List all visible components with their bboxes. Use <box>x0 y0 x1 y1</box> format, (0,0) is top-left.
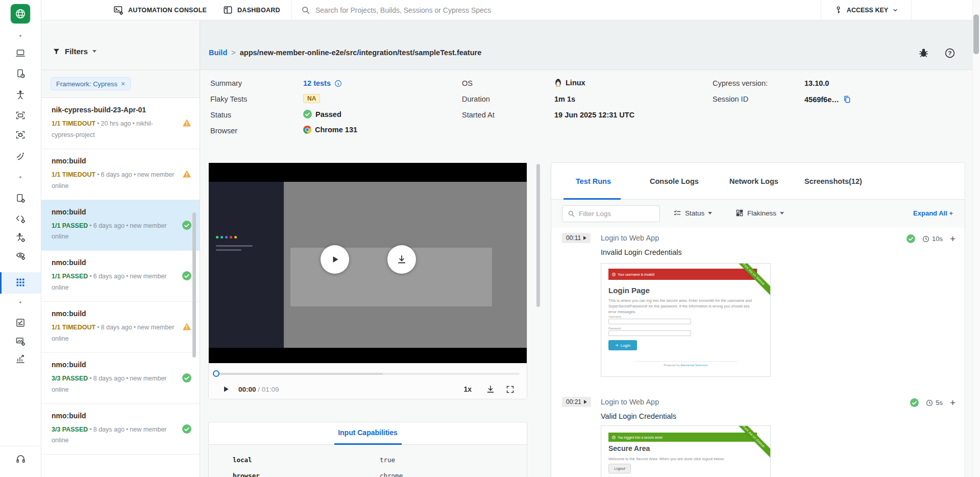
build-list-item[interactable]: nmo:build 3/3 PASSED•8 days ago•new memb… <box>41 404 200 455</box>
rail-item-live[interactable] <box>0 48 41 58</box>
error-x-icon: ✕ <box>612 273 616 276</box>
report-bug-button[interactable] <box>918 47 929 58</box>
expand-all-button[interactable]: Expand All + <box>913 209 953 217</box>
screenshot-login-page[interactable]: ✕ Your username is invalid! Fork me on G… <box>601 263 771 377</box>
access-key-menu[interactable]: ACCESS KEY <box>821 0 912 20</box>
rail-item-test-management[interactable] <box>0 318 41 328</box>
test-passed-icon <box>910 398 919 407</box>
image-gear-icon <box>15 336 26 346</box>
username-label: Username <box>608 315 621 318</box>
tests-count-link[interactable]: 12 tests <box>303 79 331 87</box>
global-search-input[interactable] <box>315 6 622 14</box>
session-video-card: 00:00 / 01:09 1x <box>208 162 527 399</box>
rail-item-support[interactable] <box>0 453 41 464</box>
filter-chip-remove-icon[interactable]: × <box>121 80 125 88</box>
browserstack-logo[interactable] <box>11 4 30 23</box>
test-run-meta: 5s + <box>910 398 955 408</box>
video-progress-track[interactable] <box>216 373 520 375</box>
build-meta: 1/1 TIMEDOUT•20 hrs ago•nikhil-cypress-p… <box>52 118 175 141</box>
video-speed-button[interactable]: 1x <box>463 385 472 393</box>
video-column-scrollbar[interactable] <box>536 164 540 307</box>
build-list-item[interactable]: nmo:build 1/1 TIMEDOUT•8 days ago•new me… <box>41 302 200 353</box>
copy-icon[interactable] <box>843 95 851 104</box>
breadcrumb-build-link[interactable]: Build <box>209 49 227 57</box>
filter-funnel-icon <box>53 47 60 55</box>
tab-screenshots[interactable]: Screenshots(12) <box>804 177 862 185</box>
video-frame-text-line <box>216 249 241 251</box>
secure-area-heading: Secure Area <box>608 444 650 452</box>
tab-network-logs[interactable]: Network Logs <box>729 177 778 185</box>
nav-automation-console-label: AUTOMATION CONSOLE <box>128 7 207 14</box>
video-fullscreen-button[interactable] <box>506 385 514 394</box>
tab-test-runs[interactable]: Test Runs <box>576 177 611 185</box>
video-frame-dots <box>216 236 237 238</box>
build-name: nmo:build <box>52 157 175 165</box>
video-progress-knob[interactable] <box>213 370 219 377</box>
video-download-overlay-button[interactable] <box>387 245 416 274</box>
rail-item-automation-console-active[interactable] <box>0 277 41 288</box>
build-list-item-selected[interactable]: nmo:build 1/1 PASSED•6 days ago•new memb… <box>41 200 200 251</box>
filters-toggle[interactable]: Filters <box>53 47 96 56</box>
capabilities-header: Input Capabilities <box>209 422 527 445</box>
build-name: nmo:build <box>52 208 175 216</box>
clock-icon <box>922 235 929 243</box>
builds-panel: Filters Framework: Cypress × nik-cypress… <box>41 20 200 477</box>
build-list-item[interactable]: nmo:build 3/3 PASSED•8 days ago•new memb… <box>41 353 200 404</box>
rail-item-app-automate[interactable] <box>0 130 41 140</box>
flakiness-filter-icon <box>736 209 744 217</box>
rail-item-insights[interactable] <box>0 354 41 364</box>
nav-automation-console[interactable]: AUTOMATION CONSOLE <box>113 5 207 15</box>
duration-value: 1m 1s <box>554 95 575 103</box>
test-case-name: Invalid Login Credentials <box>601 248 682 256</box>
rail-item-app-live[interactable] <box>0 68 41 79</box>
page-scrollbar[interactable] <box>973 14 979 54</box>
rail-item-automate[interactable] <box>0 110 41 121</box>
builds-panel-scrollbar[interactable] <box>192 212 196 357</box>
test-start-time-badge[interactable]: 00:21 <box>562 397 591 407</box>
rail-item-accessibility[interactable] <box>0 90 41 100</box>
filter-logs-box <box>562 205 660 222</box>
rail-item-turboscale[interactable] <box>0 193 41 203</box>
session-id-label: Session ID <box>713 95 748 103</box>
status-filter-dropdown[interactable]: Status <box>673 209 712 217</box>
add-annotation-button[interactable]: + <box>950 398 955 408</box>
nav-dashboard[interactable]: DASHBOARD <box>223 5 280 15</box>
rail-item-visual-testing[interactable] <box>0 250 41 260</box>
build-list-item[interactable]: nik-cypress-build-23-Apr-01 1/1 TIMEDOUT… <box>41 98 200 149</box>
test-passed-icon <box>906 234 915 243</box>
rail-item-accessibility-automation[interactable] <box>0 232 41 243</box>
app-live-icon <box>15 68 26 79</box>
add-annotation-button[interactable]: + <box>950 234 955 244</box>
checklist-icon <box>15 318 26 328</box>
capability-value: chrome <box>380 472 403 477</box>
global-search <box>291 0 812 20</box>
breadcrumb-strip: Build > apps/new-member-online-e2e/src/i… <box>200 20 980 70</box>
video-play-overlay-button[interactable] <box>321 245 349 274</box>
status-value: Passed <box>303 110 341 118</box>
login-page-footer: Powered by Elemental Selenium <box>601 364 770 367</box>
info-icon[interactable]: i <box>334 80 342 87</box>
rail-item-low-code-automation[interactable] <box>0 213 41 224</box>
filter-chip-framework[interactable]: Framework: Cypress × <box>51 77 131 90</box>
build-meta: 1/1 PASSED•6 days ago•new member online <box>52 271 175 294</box>
video-play-button[interactable] <box>222 385 230 393</box>
tab-console-logs[interactable]: Console Logs <box>650 177 699 185</box>
video-download-button[interactable] <box>486 385 495 394</box>
filter-logs-input[interactable] <box>579 210 650 218</box>
rail-item-percy[interactable] <box>0 151 41 161</box>
started-at-label: Started At <box>462 111 495 119</box>
flakiness-filter-dropdown[interactable]: Flakiness <box>736 209 784 217</box>
build-list-item[interactable]: nmo:build 1/1 PASSED•6 days ago•new memb… <box>41 251 200 302</box>
screenshot-secure-area[interactable]: ✕ You logged into a secure area! Fork me… <box>601 425 771 477</box>
help-button[interactable]: ? <box>944 47 955 59</box>
question-icon: ? <box>944 47 955 59</box>
tab-input-capabilities[interactable]: Input Capabilities <box>338 428 398 437</box>
linux-penguin-icon <box>554 78 562 87</box>
login-page-heading: Login Page <box>608 286 650 295</box>
search-icon <box>301 6 310 15</box>
live-icon <box>15 48 26 58</box>
build-list-item[interactable]: nmo:build 1/1 TIMEDOUT•6 days ago•new me… <box>41 149 200 200</box>
test-start-time-badge[interactable]: 00:11 <box>562 233 591 243</box>
session-video[interactable] <box>209 163 527 363</box>
rail-item-screenshots[interactable] <box>0 336 41 346</box>
